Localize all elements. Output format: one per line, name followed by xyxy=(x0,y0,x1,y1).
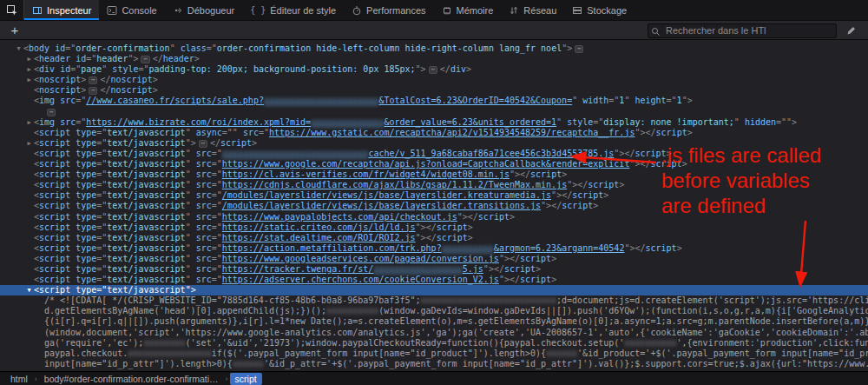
punctuation: =" xyxy=(96,128,107,137)
dom-node-line[interactable]: <script type="text/javascript" src="/mod… xyxy=(0,190,868,201)
dom-node-line[interactable]: {(i[r].q=i[r].q||[]).push(arguments)},i[… xyxy=(0,316,868,327)
dom-node-line[interactable]: <script type="text/javascript" src="http… xyxy=(0,243,868,254)
resource-link[interactable]: https://www.bizrate.com/roi/index.xpml?m… xyxy=(86,117,311,127)
dom-node-line[interactable]: ga('require','ec');xxxxxxxx('set','&uid'… xyxy=(0,338,868,348)
tab-label: Éditeur de style xyxy=(270,5,336,16)
search-input[interactable] xyxy=(648,23,837,38)
breadcrumb-item[interactable]: body#order-confirmation.order-confirmati… xyxy=(39,373,224,385)
dom-node-line[interactable]: /* <![CDATA[ */(CRISP_WEBSITE_ID="7885d1… xyxy=(0,295,868,306)
collapsed-content-badge[interactable]: ⋯ xyxy=(47,109,56,116)
breadcrumb-item[interactable]: script xyxy=(230,373,262,385)
dom-node-line[interactable]: ▶<header id="header">⋯</header> xyxy=(0,54,868,64)
script-code: ',{environment:'production',click:functi… xyxy=(677,338,868,348)
dom-node-line[interactable]: <img src="//www.casaneo.fr/scripts/sale.… xyxy=(0,96,868,106)
dom-node-line[interactable]: <script type="text/javascript" async="" … xyxy=(0,128,868,138)
expand-arrow[interactable]: ▼ xyxy=(14,45,23,52)
collapse-arrow[interactable]: ▶ xyxy=(24,56,34,63)
collapse-arrow[interactable]: ▶ xyxy=(24,66,34,73)
resource-link[interactable]: cache/v_511_9a68cabaf86a71cee456c3b3d455… xyxy=(368,149,614,158)
punctuation: > xyxy=(81,85,86,95)
tab-network[interactable]: Réseau xyxy=(501,0,564,20)
attribute-value: text/javascript xyxy=(107,138,185,148)
dom-node-line[interactable]: <script type="text/javascript" src="http… xyxy=(0,180,868,190)
dom-node-line[interactable]: <script type="text/javascript" src="http… xyxy=(0,169,868,180)
dom-node-line[interactable]: <script type="text/javascript" src="http… xyxy=(0,275,868,285)
dom-node-line[interactable]: <script type="text/javascript" src="http… xyxy=(0,212,868,222)
tab-memory[interactable]: Mémoire xyxy=(434,0,502,20)
resource-link[interactable]: xxxxxxxxxxxxxxxxxxxxxxxxxxxx xyxy=(222,149,369,158)
collapsed-content-badge[interactable]: ⋯ xyxy=(429,66,437,74)
punctuation: =" xyxy=(212,190,222,200)
dom-node-line[interactable]: <script type="text/javascript" src="http… xyxy=(0,159,868,169)
resource-link[interactable]: https://www.googleadservices.com/pagead/… xyxy=(222,254,499,263)
tab-performance[interactable]: Performances xyxy=(344,0,433,20)
dom-node-line[interactable]: ▶<img src="https://www.bizrate.com/roi/i… xyxy=(0,117,868,128)
tag-name: script xyxy=(572,190,603,200)
dom-node-line[interactable]: <script type="text/javascript" src="http… xyxy=(0,233,868,243)
dom-node-line[interactable]: <script type="text/javascript" src="http… xyxy=(0,254,868,264)
punctuation: </ xyxy=(510,254,520,263)
attribute-value: text/javascript xyxy=(107,149,185,158)
dom-node-line[interactable]: <noscript>⋯</noscript> xyxy=(0,85,868,96)
dom-node-line[interactable]: d.getElementsByAgName('head')[0].appendC… xyxy=(0,306,868,316)
pen-icon[interactable] xyxy=(842,25,861,36)
dom-node-line-selected[interactable]: ▼<script type="text/javascript"> xyxy=(0,285,868,295)
markup-view[interactable]: ▼<body id="order-confirmation" class="or… xyxy=(0,40,868,371)
dom-node-line[interactable]: ▶<script type="text/javascript">⋯</scrip… xyxy=(0,138,868,149)
tab-console[interactable]: Console xyxy=(99,0,164,20)
collapsed-content-badge[interactable]: ⋯ xyxy=(141,56,149,63)
resource-link[interactable]: xxxxxxxxxx xyxy=(442,243,494,253)
resource-link[interactable]: xxxxxxxxxxxxxxxxx xyxy=(373,264,462,274)
tag-name: script xyxy=(39,159,70,169)
tab-inspector[interactable]: Inspecteur xyxy=(24,0,99,20)
resource-link[interactable]: https://stat.dealtime.com/ROI/ROI2.js xyxy=(222,233,416,242)
dom-node-line[interactable]: ⋯ xyxy=(0,107,868,117)
resource-link[interactable]: &order_value=6.23&units_ordered=1 xyxy=(384,117,556,127)
resource-link[interactable]: &argmon=6.23&argann=40542 xyxy=(494,243,625,253)
dom-node-line[interactable]: paypal.checkout.xxxxxxxxxxxxxxxxif($('.p… xyxy=(0,348,868,359)
resource-link[interactable]: https://www.paypalobjects.com/api/checko… xyxy=(222,212,457,222)
dom-node-line[interactable]: ▶<noscript>⋯</noscript> xyxy=(0,75,868,85)
collapsed-content-badge[interactable]: ⋯ xyxy=(199,140,207,148)
attribute-value: text/javascript xyxy=(107,222,185,232)
resource-link[interactable]: &TotalCost=6.23&OrderID=40542&Coupon= xyxy=(378,96,572,105)
resource-link[interactable]: /modules/layerslider/views/js/base/layer… xyxy=(222,190,551,200)
collapse-arrow[interactable]: ▶ xyxy=(24,119,34,126)
dom-node-line[interactable]: input[name="id_p_attr"]').length>0){xxxx… xyxy=(0,359,868,369)
resource-link[interactable]: /modules/layerslider/views/js/base/layer… xyxy=(222,201,541,210)
resource-link[interactable]: https://tracker.twenga.fr/st/ xyxy=(222,264,374,274)
collapsed-content-badge[interactable]: ⋯ xyxy=(575,45,583,53)
dom-node-line[interactable]: <script type="text/javascript" src="xxxx… xyxy=(0,149,868,159)
script-code: xxxxxxxxxx xyxy=(326,306,378,315)
dom-node-line[interactable]: <script type="text/javascript" src="http… xyxy=(0,222,868,233)
collapsed-content-badge[interactable]: ⋯ xyxy=(89,76,97,84)
collapsed-content-badge[interactable]: ⋯ xyxy=(89,87,97,95)
resource-link[interactable]: https://www.gstatic.com/recaptcha/api2/v… xyxy=(269,128,635,137)
collapse-arrow[interactable]: ▶ xyxy=(24,140,34,147)
dom-node-line[interactable]: <script type="text/javascript" src="/mod… xyxy=(0,201,868,211)
expand-arrow[interactable]: ▼ xyxy=(24,287,34,294)
punctuation: =" xyxy=(70,64,81,74)
resource-link[interactable]: 5.js xyxy=(463,264,483,274)
tab-storage[interactable]: Stockage xyxy=(564,0,635,20)
collapse-arrow[interactable]: ▶ xyxy=(24,76,34,83)
tab-debugger[interactable]: Débogueur xyxy=(165,0,242,20)
resource-link[interactable]: https://cl.avis-verifies.com/fr/widget4/… xyxy=(222,169,510,179)
resource-link[interactable]: xxxxxxxxxxxxxxxxxxxxxx xyxy=(264,96,378,105)
breadcrumb-item[interactable]: html xyxy=(5,373,33,385)
add-node-button[interactable]: + xyxy=(7,23,23,37)
dom-node-line[interactable]: (window,document,'script','https://www.g… xyxy=(0,328,868,338)
tab-style-editor[interactable]: { }Éditeur de style xyxy=(242,0,344,20)
resource-link[interactable]: https://adserver.cherchons.com/cookieCon… xyxy=(222,275,499,284)
resource-link[interactable]: https://www.google.com/recaptcha/api.js?… xyxy=(222,159,630,169)
resource-link[interactable]: https://static.criteo.com/js/ld/ld.js xyxy=(222,222,416,232)
node-picker-button[interactable] xyxy=(0,0,24,20)
resource-link[interactable]: https://cdnjs.cloudflare.com/ajax/libs/g… xyxy=(222,180,567,189)
resource-link[interactable]: https://action.metaffiliation.com/trk.ph… xyxy=(222,243,442,253)
dom-node-line[interactable]: <script type="text/javascript" src="http… xyxy=(0,264,868,275)
resource-link[interactable]: //www.casaneo.fr/scripts/sale.php? xyxy=(86,96,264,105)
resource-link[interactable]: xxxxxxxxxxxxxx xyxy=(311,117,384,127)
dom-node-line[interactable]: ▶<div id="page" style="padding-top: 200p… xyxy=(0,64,868,75)
attribute-name: type xyxy=(76,138,96,148)
dom-node-line[interactable]: ▼<body id="order-confirmation" class="or… xyxy=(0,43,868,54)
